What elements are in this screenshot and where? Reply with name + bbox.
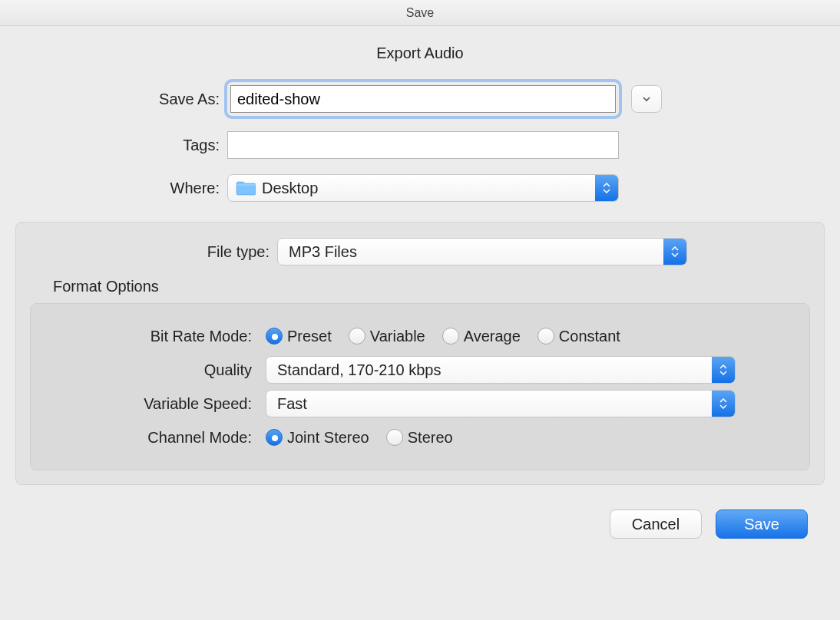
save-as-label: Save As: bbox=[15, 91, 220, 108]
save-as-row: Save As: bbox=[15, 82, 825, 116]
where-label: Where: bbox=[15, 180, 220, 197]
updown-stepper-icon bbox=[595, 175, 618, 201]
variable-speed-value: Fast bbox=[277, 395, 307, 413]
file-type-value: MP3 Files bbox=[289, 243, 357, 261]
save-as-input[interactable] bbox=[230, 85, 616, 113]
format-options-panel: Bit Rate Mode: Preset Variable Averag bbox=[30, 303, 810, 470]
bit-rate-mode-label: Bit Rate Mode: bbox=[45, 328, 258, 345]
channel-mode-label: Channel Mode: bbox=[45, 429, 258, 447]
radio-icon bbox=[442, 328, 459, 345]
radio-icon bbox=[266, 328, 283, 345]
updown-stepper-icon bbox=[712, 357, 735, 383]
radio-icon bbox=[349, 328, 365, 345]
bit-rate-mode-group: Preset Variable Average Constant bbox=[266, 328, 620, 345]
where-value: Desktop bbox=[262, 180, 318, 197]
format-options-title: Format Options bbox=[53, 278, 810, 295]
export-settings-panel: File type: MP3 Files Format Options Bit … bbox=[15, 222, 825, 485]
quality-select[interactable]: Standard, 170-210 kbps bbox=[266, 356, 736, 384]
expand-save-panel-button[interactable] bbox=[631, 85, 662, 113]
radio-label: Constant bbox=[559, 328, 620, 345]
quality-row: Quality Standard, 170-210 kbps bbox=[45, 353, 795, 387]
where-location-popup[interactable]: Desktop bbox=[227, 174, 619, 202]
updown-stepper-icon bbox=[712, 391, 735, 417]
file-type-label: File type: bbox=[30, 243, 270, 261]
tags-label: Tags: bbox=[15, 137, 220, 154]
chevron-down-icon bbox=[642, 94, 651, 104]
radio-label: Joint Stereo bbox=[287, 429, 369, 447]
channel-mode-stereo-radio[interactable]: Stereo bbox=[386, 429, 453, 447]
cancel-button[interactable]: Cancel bbox=[610, 510, 702, 539]
variable-speed-label: Variable Speed: bbox=[45, 395, 258, 413]
radio-icon bbox=[537, 328, 554, 345]
variable-speed-select[interactable]: Fast bbox=[266, 390, 736, 417]
window-title: Save bbox=[0, 0, 840, 26]
save-as-focus-ring bbox=[227, 82, 619, 116]
variable-speed-row: Variable Speed: Fast bbox=[45, 387, 795, 420]
folder-icon bbox=[236, 180, 256, 196]
save-dialog: Save Export Audio Save As: Tags: Where: bbox=[0, 0, 840, 620]
radio-icon bbox=[386, 429, 403, 446]
file-type-select[interactable]: MP3 Files bbox=[277, 238, 687, 265]
bit-rate-mode-variable-radio[interactable]: Variable bbox=[349, 328, 425, 345]
dialog-footer: Cancel Save bbox=[15, 494, 825, 539]
channel-mode-joint-stereo-radio[interactable]: Joint Stereo bbox=[266, 429, 369, 447]
save-button[interactable]: Save bbox=[716, 510, 808, 539]
radio-icon bbox=[266, 429, 283, 446]
radio-label: Stereo bbox=[408, 429, 453, 447]
bit-rate-mode-average-radio[interactable]: Average bbox=[442, 328, 521, 345]
channel-mode-group: Joint Stereo Stereo bbox=[266, 429, 453, 447]
quality-value: Standard, 170-210 kbps bbox=[277, 361, 441, 379]
channel-mode-row: Channel Mode: Joint Stereo Stereo bbox=[45, 420, 795, 454]
radio-label: Preset bbox=[287, 328, 332, 345]
where-row: Where: Desktop bbox=[15, 174, 825, 202]
updown-stepper-icon bbox=[663, 239, 686, 265]
tags-row: Tags: bbox=[15, 131, 825, 159]
bit-rate-mode-constant-radio[interactable]: Constant bbox=[537, 328, 620, 345]
dialog-content: Export Audio Save As: Tags: Where: bbox=[0, 26, 840, 620]
quality-label: Quality bbox=[45, 361, 258, 379]
bit-rate-mode-preset-radio[interactable]: Preset bbox=[266, 328, 332, 345]
bit-rate-mode-row: Bit Rate Mode: Preset Variable Averag bbox=[45, 319, 795, 353]
svg-rect-0 bbox=[236, 185, 256, 186]
dialog-heading: Export Audio bbox=[15, 45, 825, 62]
radio-label: Variable bbox=[370, 328, 425, 345]
tags-input[interactable] bbox=[227, 131, 619, 159]
radio-label: Average bbox=[464, 328, 521, 345]
file-type-row: File type: MP3 Files bbox=[30, 238, 810, 265]
